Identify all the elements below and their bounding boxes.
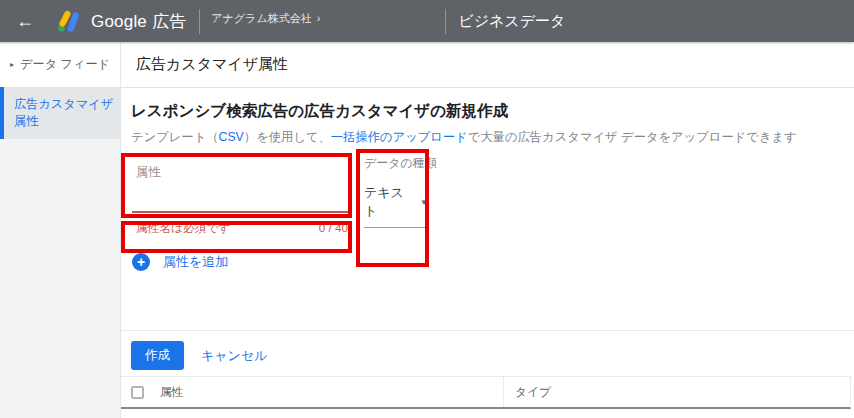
create-button[interactable]: 作成 [131, 341, 184, 370]
description-text: テンプレート（ [131, 130, 219, 144]
topbar-divider [445, 9, 446, 34]
sidebar-filler [0, 139, 120, 418]
error-message: 属性名は必須です [136, 221, 230, 236]
description-text: ）を使用して、 [244, 130, 331, 144]
attribute-label: 属性 [132, 164, 350, 181]
datatype-underline [364, 227, 428, 228]
bulk-upload-link[interactable]: 一括操作のアップロード [331, 130, 468, 144]
description-text: で大量の広告カスタマイザ データをアップロードできます [468, 130, 797, 144]
form-description: テンプレート（CSV）を使用して、一括操作のアップロードで大量の広告カスタマイザ… [131, 129, 854, 146]
sidebar-item-label: 広告カスタマイザ属性 [14, 96, 114, 130]
add-attribute-label: 属性を追加 [163, 253, 228, 271]
section-divider [121, 330, 854, 331]
column-header-label: 属性 [160, 385, 183, 400]
table-header-attribute: 属性 [121, 377, 503, 407]
datatype-value: テキスト [364, 184, 410, 220]
caret-down-icon: ▼ [420, 198, 428, 207]
table-header-type: タイプ [503, 377, 850, 407]
topbar: ← Google 広告 アナグラム株式会社 › ビジネスデータ [0, 0, 854, 42]
form-title: レスポンシブ検索広告の広告カスタマイザの新規作成 [131, 101, 854, 122]
account-selector[interactable]: アナグラム株式会社 › [211, 11, 320, 26]
select-all-checkbox[interactable] [131, 386, 144, 399]
attributes-table: 属性 タイプ [121, 376, 851, 409]
datatype-label: データの種類 [364, 155, 428, 172]
expand-arrow-icon: ▸ [10, 59, 14, 70]
google-ads-business-data-page: ← Google 広告 アナグラム株式会社 › ビジネスデータ ▸ データ フィ… [0, 0, 854, 418]
attribute-input[interactable] [132, 195, 350, 213]
attribute-field: 属性 属性名は必須です 0 / 40 [132, 164, 350, 236]
datatype-select[interactable]: テキスト ▼ [364, 184, 428, 220]
google-ads-logo-icon[interactable] [55, 9, 82, 34]
csv-template-link[interactable]: CSV [219, 130, 244, 144]
action-bar: 作成 キャンセル [131, 341, 854, 370]
add-attribute-button[interactable]: + 属性を追加 [132, 253, 854, 271]
main-panel: 広告カスタマイザ属性 レスポンシブ検索広告の広告カスタマイザの新規作成 テンプレ… [121, 42, 854, 418]
section-title: ビジネスデータ [458, 12, 565, 31]
sidebar-item-ad-customizer-attributes[interactable]: 広告カスタマイザ属性 [0, 87, 120, 139]
char-counter: 0 / 40 [319, 221, 348, 236]
page-header: 広告カスタマイザ属性 [121, 42, 854, 88]
datatype-field: データの種類 テキスト ▼ [364, 155, 428, 228]
topbar-divider [199, 9, 200, 34]
chevron-right-icon: › [317, 12, 321, 24]
table-header-row: 属性 タイプ [121, 377, 851, 409]
account-name: アナグラム株式会社 [211, 11, 311, 26]
sidebar: ▸ データ フィード 広告カスタマイザ属性 [0, 42, 121, 418]
product-name: Google 広告 [91, 10, 186, 33]
column-header-label: タイプ [515, 385, 551, 400]
back-arrow-icon[interactable]: ← [16, 12, 34, 30]
attribute-error-row: 属性名は必須です 0 / 40 [132, 221, 350, 236]
content-area: レスポンシブ検索広告の広告カスタマイザの新規作成 テンプレート（CSV）を使用し… [121, 88, 854, 418]
page-header-title: 広告カスタマイザ属性 [136, 55, 288, 74]
sidebar-item-data-feed[interactable]: ▸ データ フィード [0, 42, 120, 84]
plus-icon: + [132, 253, 150, 271]
cancel-button[interactable]: キャンセル [201, 347, 268, 365]
sidebar-item-label: データ フィード [20, 56, 110, 73]
